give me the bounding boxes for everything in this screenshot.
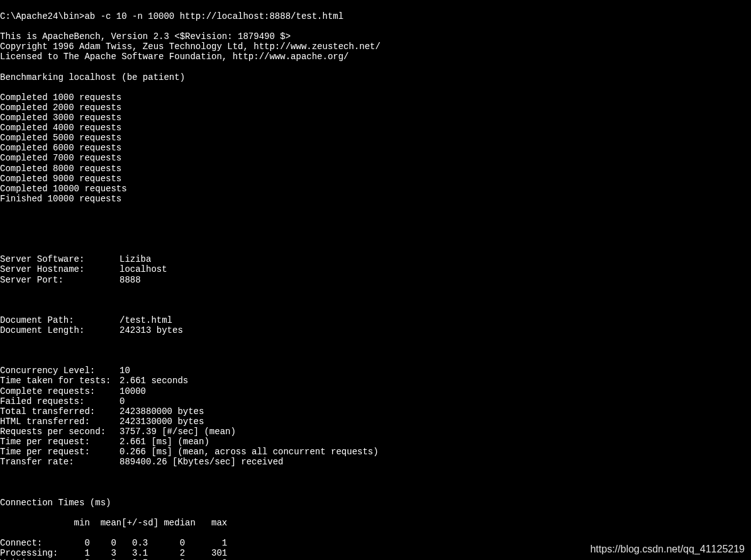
header-line: Licensed to The Apache Software Foundati… <box>0 52 751 62</box>
stat-label: Failed requests: <box>0 396 120 406</box>
server-info-row: Server Software:Liziba <box>0 254 751 264</box>
stat-label: Time taken for tests: <box>0 376 120 386</box>
conn-columns: min mean[+/-sd] median max <box>0 518 751 528</box>
stat-value: 889400.26 [Kbytes/sec] received <box>120 457 283 467</box>
stat-value: 10000 <box>120 386 146 396</box>
stat-row: Total transferred:2423880000 bytes <box>0 406 751 417</box>
stat-value: 2.661 seconds <box>120 376 188 386</box>
doc-info-row: Document Path:/test.html <box>0 315 751 325</box>
progress-line: Finished 10000 requests <box>0 194 751 204</box>
progress-line: Completed 2000 requests <box>0 103 751 113</box>
progress-line: Completed 5000 requests <box>0 133 751 143</box>
stat-row: Time per request:0.266 [ms] (mean, acros… <box>0 447 751 457</box>
stat-row: Concurrency Level:10 <box>0 366 751 376</box>
command: ab -c 10 -n 10000 http://localhost:8888/… <box>84 11 343 21</box>
stat-value: 2423130000 bytes <box>120 417 204 427</box>
stat-label: HTML transferred: <box>0 417 120 427</box>
stat-row: Requests per second:3757.39 [#/sec] (mea… <box>0 427 751 437</box>
watermark: https://blog.csdn.net/qq_41125219 <box>590 544 745 555</box>
stat-row: HTML transferred:2423130000 bytes <box>0 417 751 427</box>
doc-info-row: Document Length:242313 bytes <box>0 325 751 335</box>
stat-value: 10 <box>120 366 130 376</box>
progress-line: Completed 10000 requests <box>0 184 751 194</box>
stat-row: Time per request:2.661 [ms] (mean) <box>0 437 751 447</box>
server-info-value: 8888 <box>120 275 141 285</box>
stat-label: Complete requests: <box>0 386 120 396</box>
stat-row: Failed requests:0 <box>0 396 751 406</box>
header-line: Copyright 1996 Adam Twiss, Zeus Technolo… <box>0 42 751 52</box>
stat-label: Concurrency Level: <box>0 366 120 376</box>
progress-line: Completed 4000 requests <box>0 123 751 133</box>
server-info-value: Liziba <box>120 254 151 264</box>
stat-value: 3757.39 [#/sec] (mean) <box>120 427 236 437</box>
progress-line: Completed 8000 requests <box>0 164 751 174</box>
server-info-label: Server Hostname: <box>0 264 120 274</box>
stat-label: Transfer rate: <box>0 457 120 467</box>
doc-info-label: Document Length: <box>0 325 120 335</box>
stat-label: Total transferred: <box>0 406 120 417</box>
stat-value: 2423880000 bytes <box>120 406 204 417</box>
prompt: C:\Apache24\bin> <box>0 11 84 21</box>
stat-row: Transfer rate:889400.26 [Kbytes/sec] rec… <box>0 457 751 467</box>
conn-header: Connection Times (ms) <box>0 498 751 508</box>
doc-info-value: 242313 bytes <box>120 325 183 335</box>
progress-line: Completed 6000 requests <box>0 143 751 153</box>
progress-line: Completed 3000 requests <box>0 113 751 123</box>
progress-line: Completed 9000 requests <box>0 174 751 184</box>
stat-row: Complete requests:10000 <box>0 386 751 396</box>
stat-value: 2.661 [ms] (mean) <box>120 437 209 447</box>
stat-row: Time taken for tests:2.661 seconds <box>0 376 751 386</box>
header-line: This is ApacheBench, Version 2.3 <$Revis… <box>0 31 751 42</box>
stat-label: Requests per second: <box>0 427 120 437</box>
terminal-output: C:\Apache24\bin>ab -c 10 -n 10000 http:/… <box>0 1 751 560</box>
server-info-value: localhost <box>120 264 167 274</box>
server-info-row: Server Port:8888 <box>0 275 751 285</box>
server-info-row: Server Hostname:localhost <box>0 264 751 274</box>
stat-value: 0.266 [ms] (mean, across all concurrent … <box>120 447 379 457</box>
server-info-label: Server Software: <box>0 254 120 264</box>
doc-info-value: /test.html <box>120 315 172 325</box>
stat-label: Time per request: <box>0 447 120 457</box>
stat-value: 0 <box>120 396 125 406</box>
progress-line: Completed 1000 requests <box>0 92 751 103</box>
header-line: Benchmarking localhost (be patient) <box>0 72 751 82</box>
server-info-label: Server Port: <box>0 275 120 285</box>
header-line <box>0 62 751 72</box>
doc-info-label: Document Path: <box>0 315 120 325</box>
stat-label: Time per request: <box>0 437 120 447</box>
progress-line: Completed 7000 requests <box>0 153 751 163</box>
